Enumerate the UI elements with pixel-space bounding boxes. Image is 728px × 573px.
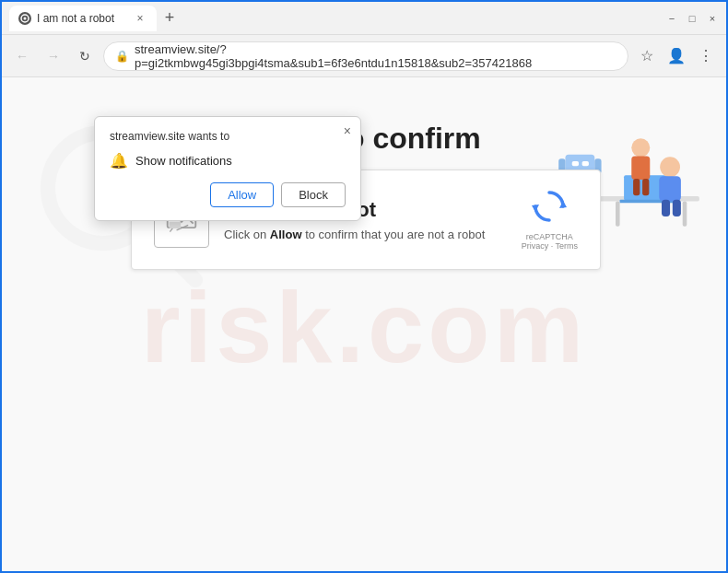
notif-buttons: Allow Block — [110, 182, 346, 207]
bell-icon: 🔔 — [110, 152, 128, 170]
url-input[interactable]: 🔒 streamview.site/?p=gi2tkmbwg45gi3bpgi4… — [103, 41, 628, 71]
notif-row: 🔔 Show notifications — [110, 152, 346, 170]
recaptcha-badge: reCAPTCHA Privacy · Terms — [522, 189, 578, 251]
svg-marker-31 — [559, 201, 567, 208]
recaptcha-icon — [522, 189, 578, 230]
svg-rect-12 — [673, 200, 681, 216]
tab-strip: I am not a robot × + — [9, 6, 665, 31]
svg-rect-11 — [662, 200, 670, 216]
captcha-subtitle: Click on Allow to confirm that you are n… — [224, 228, 507, 241]
svg-rect-23 — [633, 179, 640, 195]
title-bar: I am not a robot × + − □ × — [2, 2, 726, 35]
profile-icon[interactable]: 👤 — [663, 43, 689, 69]
back-button[interactable]: ← — [9, 43, 35, 69]
svg-point-9 — [660, 157, 680, 177]
address-bar: ← → ↻ 🔒 streamview.site/?p=gi2tkmbwg45gi… — [2, 35, 726, 77]
maximize-button[interactable]: □ — [686, 12, 699, 25]
notif-site-text: streamview.site wants to — [110, 130, 346, 143]
svg-rect-5 — [683, 202, 687, 227]
forward-button[interactable]: → — [41, 43, 66, 69]
close-button[interactable]: × — [706, 12, 719, 25]
recaptcha-links: Privacy · Terms — [522, 241, 578, 251]
svg-marker-32 — [532, 205, 539, 212]
svg-rect-15 — [582, 161, 589, 166]
lock-icon: 🔒 — [115, 50, 129, 63]
toolbar-icons: ☆ 👤 ⋮ — [634, 43, 719, 69]
menu-icon[interactable]: ⋮ — [693, 43, 719, 69]
svg-rect-6 — [616, 202, 620, 227]
star-icon[interactable]: ☆ — [634, 43, 660, 69]
window-controls: − □ × — [665, 12, 719, 25]
svg-rect-30 — [170, 221, 182, 228]
notif-description: Show notifications — [135, 154, 232, 168]
tab-close-button[interactable]: × — [133, 11, 147, 26]
minimize-button[interactable]: − — [665, 12, 678, 25]
popup-close-button[interactable]: × — [344, 124, 351, 137]
recaptcha-label: reCAPTCHA — [522, 232, 578, 241]
svg-rect-14 — [572, 161, 579, 166]
tab-favicon — [18, 12, 31, 25]
svg-rect-22 — [631, 156, 650, 179]
new-tab-button[interactable]: + — [157, 6, 182, 31]
notification-popup: × streamview.site wants to 🔔 Show notifi… — [94, 116, 361, 221]
tab-title: I am not a robot — [37, 12, 127, 25]
url-text: streamview.site/?p=gi2tkmbwg45gi3bpgi4ts… — [135, 42, 616, 70]
allow-button[interactable]: Allow — [210, 182, 274, 207]
active-tab[interactable]: I am not a robot × — [9, 6, 157, 31]
svg-point-1 — [24, 17, 27, 19]
block-button[interactable]: Block — [281, 182, 346, 207]
refresh-button[interactable]: ↻ — [72, 43, 98, 69]
svg-rect-24 — [642, 179, 649, 195]
page-content: risk.com ow to confirm — [2, 77, 726, 573]
svg-point-21 — [631, 138, 650, 157]
svg-rect-10 — [659, 176, 681, 201]
